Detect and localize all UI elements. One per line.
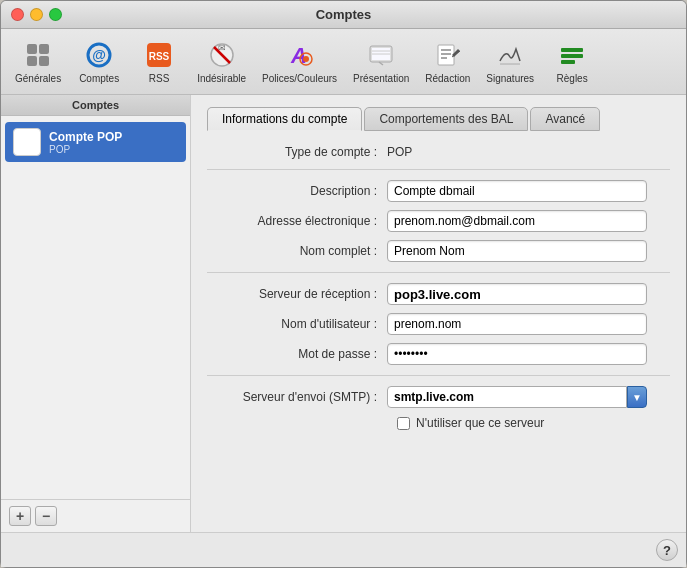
email-input[interactable] bbox=[387, 210, 647, 232]
description-input[interactable] bbox=[387, 180, 647, 202]
toolbar-item-signatures[interactable]: Signatures bbox=[480, 35, 540, 88]
svg-text:@: @ bbox=[92, 47, 106, 63]
fullname-label: Nom complet : bbox=[207, 244, 387, 258]
divider-3 bbox=[207, 375, 670, 376]
username-row: Nom d'utilisateur : bbox=[207, 313, 670, 335]
tabs: Informations du compte Comportements des… bbox=[207, 107, 670, 131]
type-row: Type de compte : POP bbox=[207, 145, 670, 159]
polices-label: Polices/Couleurs bbox=[262, 73, 337, 84]
indesirable-icon: ✉ bbox=[206, 39, 238, 71]
server-row: Serveur de réception : bbox=[207, 283, 670, 305]
fullname-input[interactable] bbox=[387, 240, 647, 262]
toolbar-item-polices[interactable]: A Polices/Couleurs bbox=[256, 35, 343, 88]
type-label: Type de compte : bbox=[207, 145, 387, 159]
sidebar: Comptes @ Compte POP POP + − bbox=[1, 95, 191, 532]
sidebar-account-pop[interactable]: @ Compte POP POP bbox=[5, 122, 186, 162]
fullname-row: Nom complet : bbox=[207, 240, 670, 262]
bottom-bar: ? bbox=[1, 532, 686, 567]
tab-avance[interactable]: Avancé bbox=[530, 107, 600, 131]
rss-icon: RSS bbox=[143, 39, 175, 71]
help-button[interactable]: ? bbox=[656, 539, 678, 561]
account-name: Compte POP bbox=[49, 130, 122, 144]
window-title: Comptes bbox=[316, 7, 372, 22]
generales-icon bbox=[22, 39, 54, 71]
description-row: Description : bbox=[207, 180, 670, 202]
svg-rect-27 bbox=[561, 54, 583, 58]
generales-label: Générales bbox=[15, 73, 61, 84]
titlebar: Comptes bbox=[1, 1, 686, 29]
polices-icon: A bbox=[284, 39, 316, 71]
presentation-icon bbox=[365, 39, 397, 71]
svg-rect-1 bbox=[39, 44, 49, 54]
server-label: Serveur de réception : bbox=[207, 287, 387, 301]
username-input[interactable] bbox=[387, 313, 647, 335]
account-icon: @ bbox=[13, 128, 41, 156]
type-value: POP bbox=[387, 145, 412, 159]
password-input[interactable] bbox=[387, 343, 647, 365]
smtp-dropdown-button[interactable]: ▼ bbox=[627, 386, 647, 408]
regles-label: Règles bbox=[557, 73, 588, 84]
signatures-label: Signatures bbox=[486, 73, 534, 84]
toolbar-item-comptes[interactable]: @ Comptes bbox=[71, 35, 127, 88]
toolbar-item-redaction[interactable]: Rédaction bbox=[419, 35, 476, 88]
sidebar-list: @ Compte POP POP bbox=[1, 116, 190, 499]
divider-2 bbox=[207, 272, 670, 273]
toolbar-item-generales[interactable]: Générales bbox=[9, 35, 67, 88]
account-info: Compte POP POP bbox=[49, 130, 122, 155]
remove-account-button[interactable]: − bbox=[35, 506, 57, 526]
tab-content: Type de compte : POP Description : Adres… bbox=[207, 145, 670, 520]
svg-point-13 bbox=[303, 56, 309, 62]
account-type: POP bbox=[49, 144, 122, 155]
presentation-label: Présentation bbox=[353, 73, 409, 84]
svg-text:RSS: RSS bbox=[149, 51, 170, 62]
smtp-label: Serveur d'envoi (SMTP) : bbox=[207, 390, 387, 404]
svg-rect-28 bbox=[561, 60, 575, 64]
smtp-only-label: N'utiliser que ce serveur bbox=[416, 416, 544, 430]
tab-info[interactable]: Informations du compte bbox=[207, 107, 362, 131]
comptes-label: Comptes bbox=[79, 73, 119, 84]
right-panel: Informations du compte Comportements des… bbox=[191, 95, 686, 532]
svg-rect-2 bbox=[27, 56, 37, 66]
password-label: Mot de passe : bbox=[207, 347, 387, 361]
indesirable-label: Indésirable bbox=[197, 73, 246, 84]
svg-rect-19 bbox=[438, 45, 454, 65]
username-label: Nom d'utilisateur : bbox=[207, 317, 387, 331]
smtp-only-checkbox[interactable] bbox=[397, 417, 410, 430]
password-row: Mot de passe : bbox=[207, 343, 670, 365]
smtp-select[interactable]: smtp.live.com bbox=[387, 386, 627, 408]
smtp-only-row: N'utiliser que ce serveur bbox=[397, 416, 670, 430]
add-account-button[interactable]: + bbox=[9, 506, 31, 526]
redaction-icon bbox=[432, 39, 464, 71]
server-input[interactable] bbox=[387, 283, 647, 305]
toolbar-item-indesirable[interactable]: ✉ Indésirable bbox=[191, 35, 252, 88]
smtp-row: Serveur d'envoi (SMTP) : smtp.live.com ▼ bbox=[207, 386, 670, 408]
toolbar-item-presentation[interactable]: Présentation bbox=[347, 35, 415, 88]
svg-rect-0 bbox=[27, 44, 37, 54]
window-controls bbox=[11, 8, 62, 21]
sidebar-header: Comptes bbox=[1, 95, 190, 116]
svg-rect-3 bbox=[39, 56, 49, 66]
sidebar-footer: + − bbox=[1, 499, 190, 532]
close-button[interactable] bbox=[11, 8, 24, 21]
main-content: Comptes @ Compte POP POP + − Inf bbox=[1, 95, 686, 532]
maximize-button[interactable] bbox=[49, 8, 62, 21]
rss-label: RSS bbox=[149, 73, 170, 84]
tab-comportements[interactable]: Comportements des BAL bbox=[364, 107, 528, 131]
regles-icon bbox=[556, 39, 588, 71]
minimize-button[interactable] bbox=[30, 8, 43, 21]
toolbar-item-rss[interactable]: RSS RSS bbox=[131, 35, 187, 88]
toolbar-item-regles[interactable]: Règles bbox=[544, 35, 600, 88]
smtp-select-wrapper: smtp.live.com ▼ bbox=[387, 386, 647, 408]
window: Comptes Générales @ Comptes bbox=[0, 0, 687, 568]
signatures-icon bbox=[494, 39, 526, 71]
email-label: Adresse électronique : bbox=[207, 214, 387, 228]
redaction-label: Rédaction bbox=[425, 73, 470, 84]
email-row: Adresse électronique : bbox=[207, 210, 670, 232]
description-label: Description : bbox=[207, 184, 387, 198]
svg-rect-26 bbox=[561, 48, 583, 52]
comptes-icon: @ bbox=[83, 39, 115, 71]
divider-1 bbox=[207, 169, 670, 170]
toolbar: Générales @ Comptes RSS RSS bbox=[1, 29, 686, 95]
